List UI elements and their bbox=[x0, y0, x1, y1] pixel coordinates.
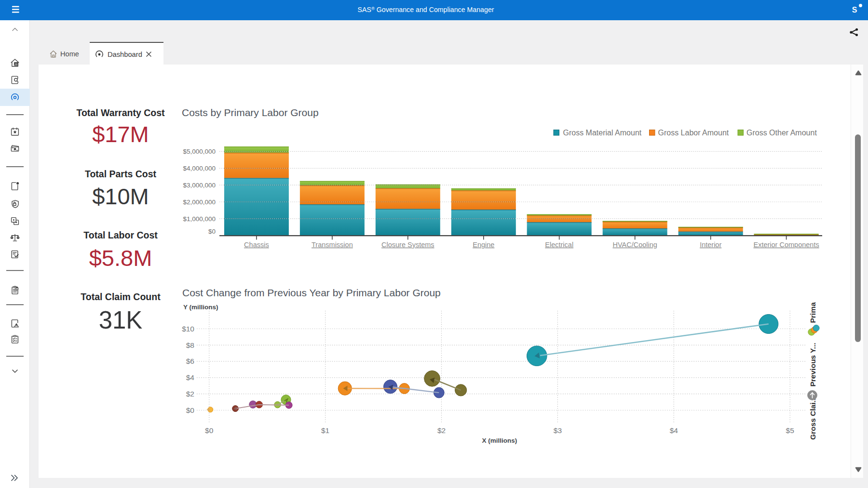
svg-text:Gross Other Amount: Gross Other Amount bbox=[746, 129, 817, 137]
svg-text:Costs by Primary Labor Group: Costs by Primary Labor Group bbox=[182, 107, 319, 118]
svg-text:$5,000,000: $5,000,000 bbox=[183, 148, 216, 155]
svg-text:$0: $0 bbox=[186, 406, 195, 414]
svg-text:$4,000,000: $4,000,000 bbox=[183, 165, 216, 172]
svg-text:$4: $4 bbox=[670, 426, 678, 435]
svg-text:Chassis: Chassis bbox=[244, 241, 269, 249]
svg-text:$5: $5 bbox=[786, 426, 794, 435]
svg-text:$2: $2 bbox=[437, 426, 446, 435]
svg-text:Previous Y...: Previous Y... bbox=[809, 343, 817, 386]
svg-text:$0: $0 bbox=[205, 426, 214, 435]
svg-text:$0: $0 bbox=[208, 228, 216, 235]
svg-text:$10: $10 bbox=[182, 325, 194, 333]
svg-text:$2,000,000: $2,000,000 bbox=[183, 198, 216, 206]
svg-text:Interior: Interior bbox=[700, 241, 721, 249]
svg-text:$3,000,000: $3,000,000 bbox=[183, 182, 216, 189]
svg-text:$4: $4 bbox=[186, 373, 195, 382]
svg-text:Closure Systems: Closure Systems bbox=[381, 241, 434, 249]
svg-text:Electrical: Electrical bbox=[545, 241, 573, 249]
svg-text:$6: $6 bbox=[186, 357, 194, 365]
svg-text:Gross Material Amount: Gross Material Amount bbox=[563, 129, 642, 137]
svg-text:Gross Labor Amount: Gross Labor Amount bbox=[658, 129, 729, 137]
svg-text:Transmission: Transmission bbox=[312, 241, 353, 249]
svg-text:$1,000,000: $1,000,000 bbox=[183, 215, 216, 223]
svg-text:HVAC/Cooling: HVAC/Cooling bbox=[612, 241, 657, 249]
svg-text:Exterior Components: Exterior Components bbox=[753, 241, 819, 249]
svg-text:$8: $8 bbox=[186, 341, 194, 349]
svg-text:X (millions): X (millions) bbox=[482, 437, 517, 444]
svg-text:$2: $2 bbox=[186, 390, 194, 398]
svg-text:Engine: Engine bbox=[473, 241, 494, 249]
svg-text:Y (millions): Y (millions) bbox=[183, 303, 218, 311]
svg-text:Prima: Prima bbox=[809, 302, 817, 323]
svg-text:$1: $1 bbox=[321, 426, 329, 435]
svg-text:Gross Clai...: Gross Clai... bbox=[809, 396, 817, 440]
svg-text:Cost Change from Previous Year: Cost Change from Previous Year by Primar… bbox=[182, 287, 441, 298]
svg-text:$3: $3 bbox=[554, 426, 562, 435]
